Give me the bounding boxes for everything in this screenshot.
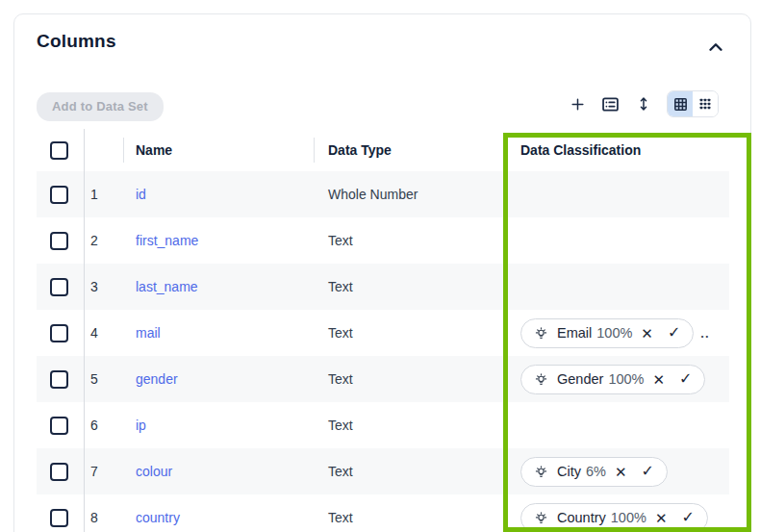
column-list-button[interactable] xyxy=(600,94,621,114)
table-row: 5 gender Text Gender 100% ✕ ✓ xyxy=(37,356,729,402)
header-data-type: Data Type xyxy=(314,129,504,171)
lightbulb-icon xyxy=(534,511,548,525)
chevron-up-icon xyxy=(705,37,726,58)
screen: Columns Add to Data Set xyxy=(0,0,760,532)
column-name-link[interactable]: last_name xyxy=(136,279,198,294)
table-header-row: Name Data Type Data Classification xyxy=(37,129,729,171)
classification-label: Email xyxy=(557,325,592,341)
data-classification-cell: Email 100% ✕ ✓ .. xyxy=(504,310,729,356)
lightbulb-icon xyxy=(534,372,548,387)
classification-chip[interactable]: City 6% ✕ ✓ xyxy=(520,457,668,487)
vertical-resize-icon xyxy=(635,95,652,113)
grid-view-button[interactable] xyxy=(668,91,693,116)
column-name-link[interactable]: first_name xyxy=(136,233,198,248)
row-checkbox-cell xyxy=(37,217,85,264)
data-classification-cell xyxy=(504,217,729,264)
data-classification-cell: City 6% ✕ ✓ xyxy=(504,448,729,494)
table-row: 4 mail Text Email 100% ✕ ✓ .. xyxy=(37,310,729,356)
accept-classification-icon[interactable]: ✓ xyxy=(668,325,680,341)
row-checkbox-cell xyxy=(37,402,85,448)
classification-chip[interactable]: Email 100% ✕ ✓ xyxy=(520,318,694,348)
classification-confidence: 100% xyxy=(608,371,644,387)
row-number: 4 xyxy=(85,310,123,356)
column-name-link[interactable]: ip xyxy=(136,418,146,433)
plus-icon xyxy=(570,96,586,113)
data-classification-cell: Country 100% ✕ ✓ xyxy=(504,494,729,532)
classification-confidence: 100% xyxy=(611,510,646,525)
column-name-link[interactable]: colour xyxy=(136,464,172,479)
lightbulb-icon xyxy=(534,326,548,341)
row-number: 1 xyxy=(85,171,123,217)
list-icon xyxy=(600,94,621,114)
collapse-panel-button[interactable] xyxy=(703,35,728,60)
table-row: 3 last_name Text xyxy=(37,264,729,310)
table-row: 8 country Text Country 100% ✕ ✓ xyxy=(37,494,729,532)
reject-classification-icon[interactable]: ✕ xyxy=(655,511,668,525)
row-checkbox[interactable] xyxy=(50,186,68,204)
reject-classification-icon[interactable]: ✕ xyxy=(652,372,665,387)
chip-overflow-indicator[interactable]: .. xyxy=(700,326,709,341)
row-checkbox[interactable] xyxy=(50,463,68,481)
column-name-link[interactable]: mail xyxy=(136,325,161,341)
row-checkbox-cell xyxy=(37,171,85,217)
classification-label: Gender xyxy=(557,371,603,387)
data-classification-cell xyxy=(504,264,729,310)
table-row: 6 ip Text xyxy=(37,402,729,448)
row-checkbox[interactable] xyxy=(50,370,68,389)
classification-chip[interactable]: Country 100% ✕ ✓ xyxy=(520,503,708,532)
data-classification-cell xyxy=(504,171,729,217)
header-name: Name xyxy=(123,129,314,171)
row-checkbox-cell xyxy=(37,264,85,310)
classification-label: Country xyxy=(557,510,606,525)
row-height-button[interactable] xyxy=(635,95,652,113)
row-checkbox-cell xyxy=(37,494,85,532)
grid-view-icon xyxy=(672,96,689,113)
table-toolbar xyxy=(570,90,719,117)
row-checkbox[interactable] xyxy=(50,417,68,435)
column-name-link[interactable]: gender xyxy=(136,371,178,387)
row-checkbox[interactable] xyxy=(50,509,68,527)
data-type-value: Text xyxy=(314,356,504,402)
row-checkbox[interactable] xyxy=(50,278,68,296)
data-type-value: Text xyxy=(314,448,504,494)
add-column-button[interactable] xyxy=(570,96,586,113)
row-number: 3 xyxy=(85,264,123,310)
classification-chip[interactable]: Gender 100% ✕ ✓ xyxy=(520,365,705,394)
data-type-value: Text xyxy=(314,310,504,356)
lightbulb-icon xyxy=(534,465,548,479)
header-data-classification: Data Classification xyxy=(504,129,729,171)
data-type-value: Text xyxy=(314,494,504,532)
table-body: 1 id Whole Number 2 first_name Text 3 la… xyxy=(37,171,729,532)
header-row-number xyxy=(85,129,123,171)
data-type-value: Text xyxy=(314,402,504,448)
accept-classification-icon[interactable]: ✓ xyxy=(642,464,654,479)
column-name-link[interactable]: country xyxy=(136,510,180,525)
row-number: 5 xyxy=(85,356,123,402)
reject-classification-icon[interactable]: ✕ xyxy=(641,326,653,341)
row-checkbox[interactable] xyxy=(50,232,68,250)
dots-view-button[interactable] xyxy=(693,91,718,116)
row-checkbox[interactable] xyxy=(50,324,68,342)
column-name-link[interactable]: id xyxy=(136,187,146,202)
data-classification-cell: Gender 100% ✕ ✓ xyxy=(504,356,729,402)
table-row: 7 colour Text City 6% ✕ ✓ xyxy=(37,448,729,494)
table-row: 2 first_name Text xyxy=(37,217,729,264)
row-number: 6 xyxy=(85,402,123,448)
row-checkbox-cell xyxy=(37,448,85,494)
row-checkbox-cell xyxy=(37,356,85,402)
add-to-dataset-button[interactable]: Add to Data Set xyxy=(37,92,164,121)
data-type-value: Text xyxy=(314,217,504,264)
accept-classification-icon[interactable]: ✓ xyxy=(679,371,692,387)
data-classification-cell xyxy=(504,402,729,448)
accept-classification-icon[interactable]: ✓ xyxy=(681,510,694,525)
row-number: 7 xyxy=(85,448,123,494)
header-checkbox-cell xyxy=(37,129,85,171)
reject-classification-icon[interactable]: ✕ xyxy=(615,465,627,479)
panel-title: Columns xyxy=(37,31,116,52)
table-row: 1 id Whole Number xyxy=(37,171,729,217)
classification-confidence: 100% xyxy=(596,325,632,341)
data-type-value: Text xyxy=(314,264,504,310)
view-toggle xyxy=(667,90,719,117)
columns-panel: Columns Add to Data Set xyxy=(13,13,751,532)
select-all-checkbox[interactable] xyxy=(50,141,68,160)
